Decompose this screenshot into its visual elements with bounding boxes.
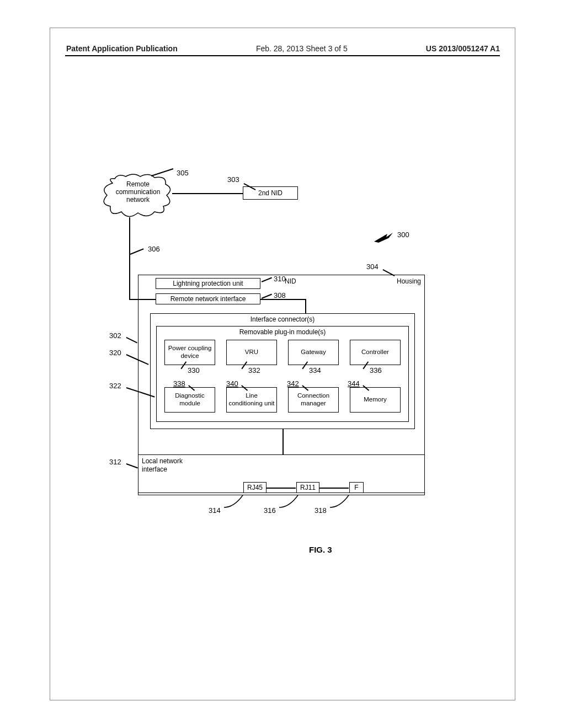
module-memory: Memory <box>350 387 401 413</box>
ref-305: 305 <box>177 169 189 177</box>
module-row-2: Diagnostic module Line conditioning unit… <box>164 387 401 415</box>
jack-f: F <box>349 482 364 493</box>
ref-330: 330 <box>188 366 200 374</box>
cloud-remote-network: Remote communication network <box>105 176 171 215</box>
module-controller: Controller <box>350 340 401 365</box>
cloud-line1: Remote <box>105 181 171 189</box>
header-mid: Feb. 28, 2013 Sheet 3 of 5 <box>256 44 348 53</box>
lni-label-l1: Local network <box>142 457 183 465</box>
ref-320: 320 <box>109 349 121 357</box>
ref-314: 314 <box>209 506 221 515</box>
leader-302 <box>126 337 137 343</box>
ref-308: 308 <box>274 291 286 299</box>
ref-322: 322 <box>109 382 121 390</box>
header-right: US 2013/0051247 A1 <box>426 44 500 53</box>
ref-303: 303 <box>227 175 239 184</box>
leader-314-arc <box>223 494 250 510</box>
leader-306 <box>130 248 144 254</box>
ref-300: 300 <box>397 231 409 239</box>
jack-rj11: RJ11 <box>296 482 319 493</box>
interface-connectors-label: Interface connector(s) <box>151 314 414 323</box>
edge-rj45-rj11 <box>266 488 296 489</box>
edge-306-v <box>129 217 130 299</box>
ref-318: 318 <box>315 506 327 515</box>
box-2nd-nid: 2nd NID <box>243 186 298 200</box>
removable-modules-label: Removable plug-in module(s) <box>157 326 408 336</box>
edge-iconn-to-lni <box>282 429 284 454</box>
cloud-line3: network <box>105 196 171 204</box>
ref-336: 336 <box>370 366 382 374</box>
diagram-stage: Remote communication network 305 2nd NID… <box>105 176 425 518</box>
ref-304: 304 <box>366 263 379 271</box>
ref-306: 306 <box>148 245 160 253</box>
header-divider <box>65 55 500 56</box>
module-gateway: Gateway <box>288 340 339 365</box>
ref-310: 310 <box>274 275 286 283</box>
edge-rni-v <box>305 299 306 313</box>
jack-rj45: RJ45 <box>243 482 266 493</box>
module-vru: VRU <box>226 340 277 365</box>
ref-340: 340 <box>226 379 238 388</box>
edge-rni-h <box>260 299 306 300</box>
ref-334: 334 <box>309 366 321 374</box>
cloud-line2: communication <box>105 189 171 196</box>
box-lpu: Lightning protection unit <box>156 278 260 289</box>
ref-316: 316 <box>264 506 276 515</box>
ref-302: 302 <box>109 331 121 340</box>
arrow-300-icon <box>374 232 394 244</box>
module-power-coupling: Power coupling device <box>164 340 215 365</box>
page-header: Patent Application Publication Feb. 28, … <box>66 44 500 53</box>
nid-label: NID <box>285 277 296 285</box>
edge-cloud-to-nid2 <box>172 193 243 194</box>
leader-316-arc <box>278 494 306 510</box>
ref-338: 338 <box>173 379 185 388</box>
module-diagnostic: Diagnostic module <box>164 387 215 413</box>
header-left: Patent Application Publication <box>66 44 178 53</box>
lni-label-l2: interface <box>142 465 183 474</box>
leader-312 <box>126 463 138 468</box>
ref-332: 332 <box>248 366 260 374</box>
box-rni: Remote network interface <box>156 293 260 304</box>
ref-344: 344 <box>348 379 360 388</box>
housing-label: Housing <box>397 277 421 285</box>
module-row-1: Power coupling device VRU Gateway Contro… <box>164 340 401 367</box>
edge-rj11-f <box>319 488 349 489</box>
ref-312: 312 <box>109 458 121 466</box>
module-connection-manager: Connection manager <box>288 387 339 413</box>
module-line-conditioning: Line conditioning unit <box>226 387 277 413</box>
lni-label: Local network interface <box>142 457 183 474</box>
leader-318-arc <box>329 494 356 510</box>
figure-label: FIG. 3 <box>309 545 332 554</box>
ref-342: 342 <box>287 379 299 388</box>
svg-marker-0 <box>374 233 393 243</box>
